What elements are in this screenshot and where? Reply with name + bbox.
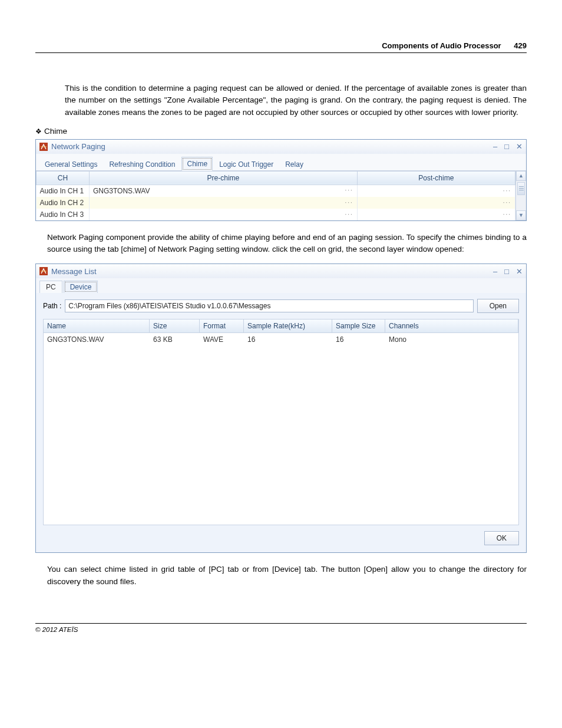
tab-pc[interactable]: PC [39,281,62,293]
minimize-button[interactable]: – [493,142,497,151]
more-icon[interactable]: ··· [503,187,511,194]
maximize-button[interactable]: □ [504,142,509,151]
col-sample-size[interactable]: Sample Size [332,319,385,333]
ml-tab-strip: PC Device [36,278,526,293]
path-input[interactable] [65,299,473,312]
col-pre-chime[interactable]: Pre-chime [90,171,358,185]
path-label: Path : [43,302,61,310]
scrollbar[interactable]: ▲ ▼ [515,171,526,220]
titlebar[interactable]: Network Paging – □ ✕ [36,140,526,154]
paragraph-condition: This is the condition to determine a pag… [65,83,527,118]
message-list-window: Message List – □ ✕ PC Device Path : Open… [35,263,527,553]
maximize-button[interactable]: □ [504,267,509,276]
tab-general-settings[interactable]: General Settings [39,157,103,171]
col-name[interactable]: Name [44,319,150,333]
window-title: Network Paging [51,142,105,151]
table-row[interactable]: Audio In CH 1 GNG3TONS.WAV··· ··· [37,185,515,197]
more-icon[interactable]: ··· [345,199,353,206]
window-title: Message List [51,267,97,276]
footer-copyright: © 2012 ATEÏS [35,623,527,633]
col-ch[interactable]: CH [37,171,90,185]
app-icon [39,267,48,275]
chime-table: CH Pre-chime Post-chime Audio In CH 1 GN… [36,171,515,220]
tab-chime[interactable]: Chime [181,157,213,171]
tab-strip: General Settings Refreshing Condition Ch… [36,154,526,171]
ok-button[interactable]: OK [484,531,519,545]
table-row[interactable]: Audio In CH 2 ··· ··· [37,197,515,209]
col-post-chime[interactable]: Post-chime [357,171,515,185]
close-button[interactable]: ✕ [516,267,523,276]
page-header: Components of Audio Processor 429 [35,41,527,53]
more-icon[interactable]: ··· [503,211,511,218]
page-number: 429 [514,41,527,50]
more-icon[interactable]: ··· [345,187,353,193]
bullet-chime: ❖Chime [35,127,527,136]
col-sample-rate[interactable]: Sample Rate(kHz) [244,319,332,333]
more-icon[interactable]: ··· [345,211,353,218]
tab-refreshing-condition[interactable]: Refreshing Condition [104,157,180,171]
minimize-button[interactable]: – [493,267,497,276]
scroll-up-button[interactable]: ▲ [516,171,526,181]
chime-table-wrap: CH Pre-chime Post-chime Audio In CH 1 GN… [36,171,526,220]
app-icon [39,143,48,151]
tab-logic-out-trigger[interactable]: Logic Out Trigger [214,157,279,171]
col-size[interactable]: Size [150,319,200,333]
scroll-thumb[interactable] [517,182,525,195]
tab-relay[interactable]: Relay [280,157,309,171]
diamond-icon: ❖ [35,127,42,136]
network-paging-window: Network Paging – □ ✕ General Settings Re… [35,139,527,221]
section-title: Components of Audio Processor [382,41,501,50]
paragraph-chime-desc: Network Paging component provide the abi… [47,232,527,256]
paragraph-open-desc: You can select chime listed in grid tabl… [47,564,527,588]
open-button[interactable]: Open [477,299,519,313]
message-grid: Name Size Format Sample Rate(kHz) Sample… [43,319,519,525]
more-icon[interactable]: ··· [503,199,511,206]
col-format[interactable]: Format [200,319,244,333]
titlebar[interactable]: Message List – □ ✕ [36,264,526,278]
table-row[interactable]: Audio In CH 3 ··· ··· [37,209,515,220]
list-item[interactable]: GNG3TONS.WAV 63 KB WAVE 16 16 Mono [44,333,518,346]
close-button[interactable]: ✕ [516,142,523,151]
tab-device[interactable]: Device [64,281,98,293]
col-channels[interactable]: Channels [385,319,518,333]
scroll-down-button[interactable]: ▼ [516,210,526,220]
